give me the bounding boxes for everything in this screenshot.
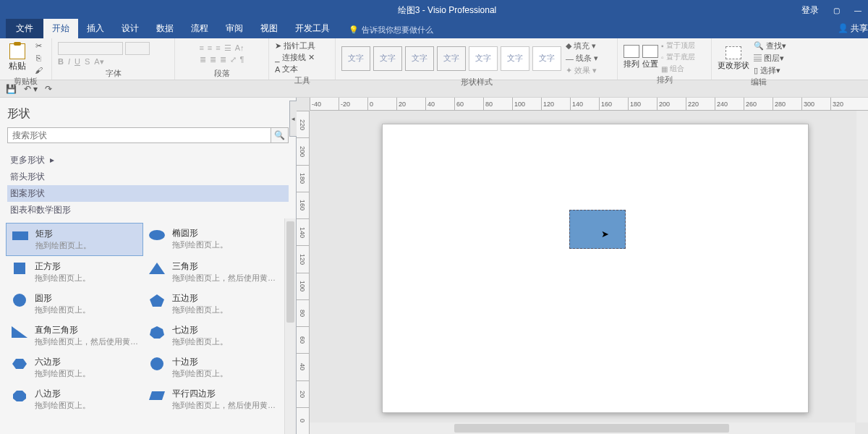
shape-name: 五边形 (172, 292, 228, 305)
shape-item-2[interactable]: 正方形拖到绘图页上。 (6, 256, 143, 288)
align-right-icon[interactable]: ≡ (216, 43, 220, 53)
shape-preview-icon (148, 227, 166, 243)
font-color-button[interactable]: A▾ (94, 57, 103, 67)
pointer-tool[interactable]: ➤ 指针工具 (275, 41, 315, 51)
style-3[interactable]: 文字 (405, 46, 434, 71)
shape-scrollbar[interactable] (284, 218, 296, 434)
shape-item-4[interactable]: 圆形拖到绘图页上。 (6, 288, 143, 320)
shape-item-0[interactable]: 矩形拖到绘图页上。 (6, 223, 143, 256)
stencil-pattern[interactable]: 图案形状 (7, 185, 289, 202)
strike-button[interactable]: S (85, 57, 90, 67)
style-2[interactable]: 文字 (373, 46, 402, 71)
vertical-scrollbar[interactable] (856, 111, 868, 422)
tab-developer[interactable]: 开发工具 (286, 19, 339, 38)
shape-name: 直角三角形 (35, 324, 143, 336)
text-tool[interactable]: A 文本 (275, 64, 298, 75)
stencil-chart[interactable]: 图表和数学图形 (7, 202, 289, 218)
line-button[interactable]: — 线条 ▾ (566, 53, 598, 64)
horizontal-scrollbar[interactable] (310, 422, 855, 434)
shape-item-10[interactable]: 八边形拖到绘图页上。 (6, 383, 143, 415)
clipboard-icon (9, 43, 25, 59)
shape-preview-icon (148, 260, 166, 276)
search-shapes-input[interactable] (7, 127, 271, 143)
italic-button[interactable]: I (68, 57, 70, 67)
font-family-input[interactable] (58, 42, 123, 55)
ribbon-display-icon[interactable]: ▢ (832, 6, 841, 14)
collapse-handle[interactable]: ◂ (289, 101, 297, 137)
style-1[interactable]: 文字 (341, 46, 370, 71)
tab-review[interactable]: 审阅 (217, 19, 252, 38)
tab-home[interactable]: 开始 (43, 19, 78, 38)
style-4[interactable]: 文字 (437, 46, 466, 71)
shape-item-8[interactable]: 六边形拖到绘图页上。 (6, 352, 143, 383)
copy-icon[interactable]: ⎘ (33, 53, 43, 63)
effects-button[interactable]: ✦ 效果 ▾ (566, 65, 598, 76)
format-painter-icon[interactable]: 🖌 (33, 65, 43, 75)
shape-name: 平行四边形 (172, 388, 281, 400)
shape-name: 八边形 (35, 388, 90, 400)
align-left-icon[interactable]: ≡ (199, 43, 203, 53)
ribbon: 粘贴 ✂ ⎘ 🖌 剪贴板 B I U S A▾ 字体 ≡≡≡☰A↑ ≣≣≣⤢¶ (0, 38, 868, 80)
svg-marker-10 (13, 391, 26, 401)
tab-design[interactable]: 设计 (113, 19, 148, 38)
more-shapes[interactable]: 更多形状 ▸ (7, 152, 289, 169)
arrange-icon (624, 45, 639, 58)
style-7[interactable]: 文字 (532, 46, 561, 71)
redo-icon[interactable]: ↷ (45, 84, 52, 94)
search-icon[interactable]: 🔍 (271, 127, 289, 143)
shape-item-7[interactable]: 七边形拖到绘图页上。 (143, 320, 281, 352)
tab-file[interactable]: 文件 (6, 19, 43, 38)
shape-desc: 拖到绘图页上。 (172, 305, 228, 315)
font-size-input[interactable] (125, 42, 150, 55)
send-back-button[interactable]: ▫ 置于底层 (661, 52, 695, 62)
shape-preview-icon (10, 356, 29, 372)
style-6[interactable]: 文字 (501, 46, 529, 71)
underline-button[interactable]: U (75, 57, 80, 67)
shape-item-3[interactable]: 三角形拖到绘图页上，然后使用黄色方形... (143, 256, 281, 288)
shape-item-6[interactable]: 直角三角形拖到绘图页上，然后使用黄色方形... (6, 320, 143, 352)
layers-button[interactable]: ▤ 图层▾ (754, 53, 786, 64)
arrange-button[interactable]: 排列 (624, 45, 639, 69)
shape-item-5[interactable]: 五边形拖到绘图页上。 (143, 288, 281, 320)
connector-tool[interactable]: ⎯ 连接线 ✕ (275, 52, 315, 63)
bold-button[interactable]: B (58, 57, 64, 67)
position-button[interactable]: 位置 (642, 45, 658, 69)
drawing-page[interactable]: ➤ (382, 124, 809, 413)
undo-icon[interactable]: ↶ ▾ (24, 84, 38, 94)
shape-item-1[interactable]: 椭圆形拖到绘图页上。 (143, 223, 281, 256)
tab-process[interactable]: 流程 (182, 19, 217, 38)
shape-preview-icon (10, 260, 29, 276)
paste-button[interactable]: 粘贴 (6, 43, 29, 72)
stencil-arrow[interactable]: 箭头形状 (7, 169, 289, 185)
share-button[interactable]: 👤 共享 (829, 19, 868, 38)
tab-view[interactable]: 视图 (252, 19, 286, 38)
tell-me[interactable]: 💡 告诉我你想要做什么 (349, 25, 433, 38)
minimize-icon[interactable]: — (854, 6, 862, 14)
shape-item-9[interactable]: 十边形拖到绘图页上。 (143, 352, 281, 383)
align-center-icon[interactable]: ≡ (208, 43, 212, 53)
style-5[interactable]: 文字 (469, 46, 498, 71)
shape-item-11[interactable]: 平行四边形拖到绘图页上，然后使用黄色方形... (143, 383, 281, 415)
shape-style-gallery[interactable]: 文字 文字 文字 文字 文字 文字 文字 (341, 46, 561, 71)
bring-front-button[interactable]: ▪ 置于顶层 (661, 41, 695, 51)
change-shape-icon (726, 46, 741, 59)
svg-point-1 (149, 230, 165, 240)
change-shape-button[interactable]: 更改形状 (718, 46, 749, 71)
select-button[interactable]: ▯ 选择▾ (754, 65, 786, 76)
rectangle-shape[interactable] (569, 210, 626, 249)
group-button[interactable]: ▦ 组合 (661, 64, 695, 74)
cut-icon[interactable]: ✂ (33, 41, 43, 51)
fill-button[interactable]: ◆ 填充 ▾ (566, 41, 598, 51)
svg-point-9 (150, 357, 163, 370)
save-icon[interactable]: 💾 (6, 84, 17, 94)
drawing-viewport[interactable]: ➤ (310, 111, 868, 434)
find-button[interactable]: 🔍 查找▾ (754, 41, 786, 51)
login-link[interactable]: 登录 (801, 4, 819, 17)
shape-preview-icon (10, 324, 29, 340)
shape-desc: 拖到绘图页上，然后使用黄色方形... (172, 273, 281, 284)
tab-data[interactable]: 数据 (148, 19, 182, 38)
shapes-pane: ◂ 形状 🔍 更多形状 ▸ 箭头形状 图案形状 图表和数学图形 矩形拖到绘图页上… (0, 98, 297, 434)
canvas-area: -40-200204060801001201401601802002202402… (297, 98, 868, 434)
bullets-icon[interactable]: ☰ (224, 43, 231, 53)
tab-insert[interactable]: 插入 (78, 19, 113, 38)
